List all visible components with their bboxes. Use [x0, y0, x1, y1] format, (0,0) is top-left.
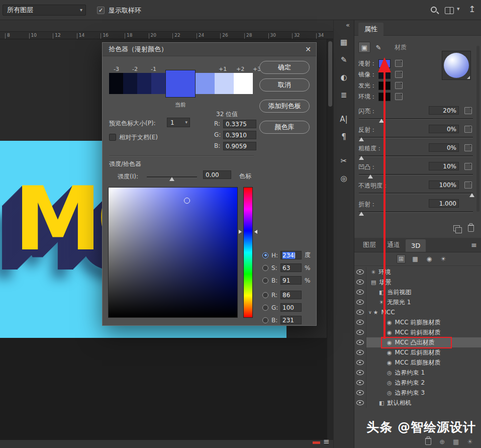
- hue-slider[interactable]: [243, 187, 253, 318]
- stop-swatch[interactable]: [234, 73, 253, 94]
- visibility-toggle[interactable]: [354, 287, 366, 297]
- 3d-tree-row[interactable]: ◉ MCC 后斜面材质: [354, 347, 481, 357]
- radio-button[interactable]: [262, 292, 268, 298]
- paragraph-panel-icon[interactable]: ¶: [338, 131, 350, 142]
- brushes-panel-icon[interactable]: ✎: [338, 54, 350, 65]
- scrollbar-thumb[interactable]: [328, 41, 332, 107]
- ok-button[interactable]: 确定: [259, 61, 310, 74]
- radio-button[interactable]: [262, 278, 268, 284]
- visibility-toggle[interactable]: [354, 398, 366, 408]
- 3d-tree-row[interactable]: ▤ 场景: [354, 277, 481, 287]
- relative-to-document-checkbox[interactable]: [109, 134, 116, 141]
- share-icon[interactable]: ↥: [468, 4, 475, 14]
- slider-value-field[interactable]: 100%: [429, 181, 459, 189]
- chevron-down-icon[interactable]: ▾: [457, 6, 460, 12]
- 3d-tree-row[interactable]: ◉ MCC 前斜面材质: [354, 327, 481, 337]
- component-value-field[interactable]: 86: [280, 291, 302, 299]
- close-icon[interactable]: ✕: [305, 45, 311, 53]
- 3d-tree-row[interactable]: ◎ 边界约束 2: [354, 378, 481, 388]
- texture-icon[interactable]: [395, 60, 403, 67]
- duplicate-icon[interactable]: [453, 225, 460, 231]
- adjustments-panel-icon[interactable]: ◐: [338, 72, 350, 83]
- filter-lights-icon[interactable]: ☀: [439, 254, 448, 263]
- visibility-toggle[interactable]: [354, 297, 366, 307]
- material-preview-ball[interactable]: [442, 51, 471, 80]
- component-value-field[interactable]: 63: [280, 263, 302, 272]
- component-value-field[interactable]: 234: [280, 251, 302, 259]
- visibility-toggle[interactable]: [354, 327, 366, 337]
- visibility-toggle[interactable]: [354, 317, 366, 327]
- add-to-swatches-button[interactable]: 添加到色板: [259, 100, 310, 113]
- texture-icon[interactable]: [395, 71, 403, 78]
- radio-button[interactable]: [262, 265, 268, 271]
- slider-track[interactable]: [359, 174, 473, 175]
- grid-icon[interactable]: ▦: [453, 438, 459, 445]
- intensity-slider[interactable]: [147, 176, 197, 178]
- color-libraries-button[interactable]: 颜色库: [259, 121, 310, 134]
- styles-panel-icon[interactable]: ≣: [338, 89, 350, 101]
- stop-swatch[interactable]: [137, 73, 151, 94]
- visibility-toggle[interactable]: [354, 388, 366, 398]
- notes-panel-icon[interactable]: ✂: [338, 155, 350, 166]
- visibility-toggle[interactable]: [354, 307, 366, 317]
- filter-materials-icon[interactable]: ◉: [425, 254, 434, 263]
- texture-icon[interactable]: [464, 163, 472, 170]
- visibility-toggle[interactable]: [354, 347, 366, 357]
- component-value-field[interactable]: 231: [280, 316, 302, 324]
- hue-arrow-left-icon[interactable]: [239, 230, 242, 234]
- workspace-icon[interactable]: [445, 7, 454, 14]
- slider-value-field[interactable]: 20%: [429, 106, 459, 115]
- preset-caret-icon[interactable]: [467, 76, 470, 79]
- slider-thumb[interactable]: [169, 177, 174, 181]
- trash-icon[interactable]: [425, 438, 431, 445]
- sample-layers-select[interactable]: 所有图层 ▾: [3, 5, 86, 16]
- slider-thumb[interactable]: [359, 212, 364, 216]
- visibility-toggle[interactable]: [354, 378, 366, 388]
- component-value-field[interactable]: 100: [280, 303, 302, 312]
- dialog-title[interactable]: 拾色器（漫射颜色）: [103, 43, 316, 56]
- tab-layers[interactable]: 图层: [357, 238, 381, 252]
- color-field[interactable]: [108, 187, 238, 318]
- 3d-tree-row[interactable]: ◉ MCC 后膨胀材质: [354, 357, 481, 368]
- slider-thumb[interactable]: [359, 137, 364, 141]
- texture-icon[interactable]: [395, 93, 403, 100]
- panel-menu-icon[interactable]: ≡: [471, 241, 477, 249]
- panel-scrollbar[interactable]: [476, 46, 479, 212]
- character-panel-icon[interactable]: A|: [338, 114, 350, 125]
- texture-icon[interactable]: [464, 126, 472, 133]
- stop-swatch[interactable]: [215, 73, 234, 94]
- visibility-toggle[interactable]: [354, 337, 366, 347]
- paint-icon[interactable]: ✎: [372, 42, 384, 53]
- slider-thumb[interactable]: [368, 174, 373, 178]
- channel-value-field[interactable]: 0.3375: [223, 120, 256, 128]
- material-icon[interactable]: ▣: [358, 42, 370, 53]
- stop-swatch[interactable]: [151, 73, 165, 94]
- visibility-toggle[interactable]: [354, 368, 366, 378]
- 3d-tree-row[interactable]: ◎ 边界约束 3: [354, 388, 481, 398]
- tab-3d[interactable]: 3D: [406, 239, 426, 252]
- preview-size-select[interactable]: 1 ▾: [167, 118, 190, 127]
- 3d-tree-row[interactable]: ◎ 边界约束 1: [354, 368, 481, 378]
- slider-thumb[interactable]: [359, 156, 364, 160]
- slider-thumb[interactable]: [469, 193, 474, 197]
- visibility-toggle[interactable]: [354, 357, 366, 368]
- stop-swatch[interactable]: [196, 73, 215, 94]
- channel-value-field[interactable]: 0.3910: [223, 131, 256, 139]
- slider-value-field[interactable]: 0%: [429, 125, 459, 133]
- 3d-tree-row[interactable]: ☀ 无限光 1: [354, 297, 481, 307]
- slider-track[interactable]: [359, 211, 473, 213]
- slider-track[interactable]: [359, 118, 473, 120]
- radio-button[interactable]: [262, 305, 268, 311]
- canvas-vertical-scrollbar[interactable]: [327, 39, 333, 440]
- channel-value-field[interactable]: 0.9059: [223, 142, 256, 150]
- filter-scene-icon[interactable]: ⊞: [397, 254, 406, 263]
- visibility-toggle[interactable]: [354, 277, 366, 287]
- intensity-value-field[interactable]: 0.00: [203, 170, 231, 179]
- slider-value-field[interactable]: 10%: [429, 162, 459, 170]
- radio-button[interactable]: [262, 252, 268, 258]
- slider-value-field[interactable]: 0%: [429, 143, 459, 152]
- 3d-tree-row[interactable]: ∨ ★ MCC: [354, 307, 481, 317]
- expand-panels-icon[interactable]: «: [346, 21, 350, 29]
- 3d-tree-row[interactable]: ✳ 环境: [354, 267, 481, 277]
- texture-icon[interactable]: [464, 107, 472, 114]
